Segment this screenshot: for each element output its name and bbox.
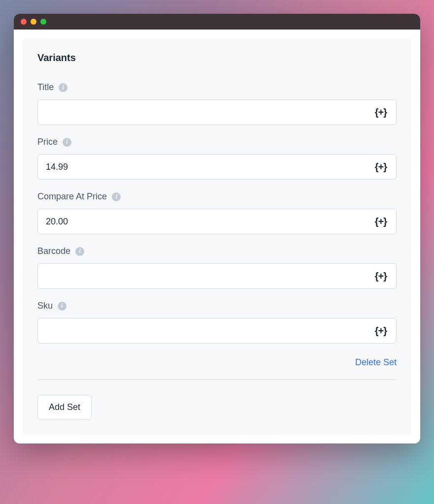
compare-at-price-input-row: {+} — [37, 209, 397, 234]
insert-variable-button[interactable]: {+} — [371, 268, 391, 285]
info-icon[interactable]: i — [112, 192, 121, 201]
price-field-group: Price i {+} — [37, 137, 397, 180]
title-input-row: {+} — [37, 99, 397, 125]
window-content: Variants Title i {+} Price i — [14, 30, 420, 443]
sku-field-group: Sku i {+} — [37, 301, 397, 344]
title-label: Title — [37, 82, 54, 93]
panel-title: Variants — [37, 52, 397, 63]
divider — [37, 379, 397, 380]
barcode-input[interactable] — [37, 263, 397, 289]
sku-input[interactable] — [37, 318, 397, 344]
insert-variable-button[interactable]: {+} — [371, 322, 391, 340]
sku-label: Sku — [37, 301, 53, 311]
barcode-input-row: {+} — [37, 263, 397, 289]
price-label: Price — [37, 137, 58, 147]
title-label-row: Title i — [37, 82, 397, 93]
barcode-field-group: Barcode i {+} — [37, 246, 397, 289]
info-icon[interactable]: i — [59, 83, 67, 92]
add-set-button[interactable]: Add Set — [37, 395, 92, 420]
set-actions-row: Delete Set — [37, 355, 397, 370]
price-input-row: {+} — [37, 154, 397, 180]
variants-panel: Variants Title i {+} Price i — [23, 38, 411, 435]
sku-label-row: Sku i — [37, 301, 397, 311]
window-minimize-button[interactable] — [31, 19, 36, 25]
title-field-group: Title i {+} — [37, 82, 397, 125]
window-close-button[interactable] — [21, 19, 27, 25]
insert-variable-button[interactable]: {+} — [371, 158, 391, 176]
window-titlebar — [14, 14, 420, 30]
delete-set-button[interactable]: Delete Set — [355, 355, 397, 370]
app-window: Variants Title i {+} Price i — [14, 14, 420, 443]
compare-at-price-field-group: Compare At Price i {+} — [37, 191, 397, 234]
info-icon[interactable]: i — [75, 247, 84, 256]
price-input[interactable] — [37, 154, 397, 180]
title-input[interactable] — [37, 99, 397, 125]
info-icon[interactable]: i — [58, 302, 67, 311]
compare-at-price-label-row: Compare At Price i — [37, 191, 397, 202]
barcode-label: Barcode — [37, 246, 70, 256]
insert-variable-button[interactable]: {+} — [371, 104, 391, 121]
insert-variable-button[interactable]: {+} — [371, 213, 391, 230]
compare-at-price-label: Compare At Price — [37, 191, 107, 202]
barcode-label-row: Barcode i — [37, 246, 397, 256]
window-maximize-button[interactable] — [40, 19, 46, 25]
sku-input-row: {+} — [37, 318, 397, 344]
info-icon[interactable]: i — [63, 138, 71, 147]
price-label-row: Price i — [37, 137, 397, 147]
compare-at-price-input[interactable] — [37, 209, 397, 234]
